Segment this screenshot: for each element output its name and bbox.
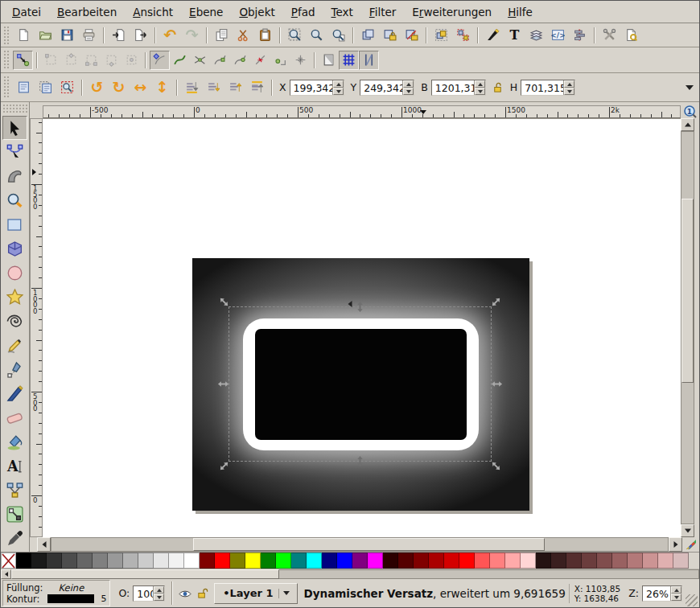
calligraphy-tool-button[interactable] (2, 381, 27, 405)
palette-swatch[interactable] (352, 553, 368, 569)
palette-swatch[interactable] (505, 553, 521, 569)
palette-swatch[interactable] (169, 553, 184, 569)
palette-swatch[interactable] (582, 553, 597, 569)
flip-vertical-button[interactable]: ↕ (151, 77, 173, 97)
snap-bbox-centers-button[interactable] (121, 51, 142, 70)
text-tool-button[interactable]: A (2, 454, 27, 478)
horizontal-scrollbar[interactable] (30, 537, 699, 552)
palette-swatch[interactable] (444, 553, 459, 569)
lock-ratio-button[interactable] (489, 77, 507, 97)
zoom-selection-button[interactable] (284, 25, 306, 45)
dropper-tool-button[interactable] (2, 526, 27, 550)
zoom-drawing-button[interactable] (306, 25, 327, 45)
lower-button[interactable] (203, 77, 224, 97)
group-button[interactable] (430, 25, 452, 45)
rotate-cw-button[interactable]: ↻ (108, 77, 130, 97)
clone-button[interactable] (379, 25, 401, 45)
palette-swatch[interactable] (398, 553, 414, 569)
menu-erweiterungen[interactable]: Erweiterungen (404, 1, 500, 23)
export-button[interactable] (130, 25, 151, 45)
toolbar-grip[interactable] (3, 76, 10, 99)
palette-swatch-none[interactable] (1, 553, 16, 569)
palette-swatch[interactable] (200, 553, 215, 569)
palette-swatch[interactable] (245, 553, 261, 569)
palette-scrollbar[interactable] (1, 569, 699, 579)
document-properties-button[interactable] (620, 25, 642, 45)
snap-master-button[interactable] (13, 51, 33, 70)
import-button[interactable] (108, 25, 130, 45)
horizontal-ruler[interactable]: -5000500100015002k (43, 105, 681, 118)
snap-object-centers-button[interactable] (270, 51, 290, 70)
ellipse-tool-button[interactable] (2, 261, 27, 285)
zoom-tool-button[interactable] (2, 188, 27, 212)
gradient-tool-button[interactable] (2, 502, 27, 526)
menu-bearbeiten[interactable]: Bearbeiten (49, 1, 125, 23)
tweak-tool-button[interactable] (2, 164, 27, 188)
scroll-right-button[interactable] (669, 537, 682, 552)
snap-bbox-edges-button[interactable] (61, 51, 81, 70)
layer-selector[interactable]: •Layer 1 (214, 583, 297, 604)
palette-swatch[interactable] (597, 553, 612, 569)
palette-swatch[interactable] (230, 553, 245, 569)
palette-swatch[interactable] (261, 553, 276, 569)
y-input[interactable]: 249,342 (360, 80, 414, 96)
raise-to-top-button[interactable] (246, 77, 268, 97)
palette-swatch[interactable] (490, 553, 505, 569)
snap-page-border-button[interactable] (319, 51, 339, 70)
scroll-down-button[interactable] (681, 524, 694, 537)
snap-paths-button[interactable] (170, 51, 190, 70)
palette-swatch[interactable] (337, 553, 352, 569)
palette-swatch[interactable] (47, 553, 62, 569)
canvas[interactable] (43, 118, 681, 537)
palette-swatch[interactable] (429, 553, 444, 569)
palette-swatch[interactable] (291, 553, 307, 569)
ungroup-button[interactable] (452, 25, 474, 45)
width-input[interactable]: 1201,31 (431, 80, 486, 96)
x-input[interactable]: 199,342 (290, 80, 344, 96)
text-dialog-button[interactable]: T (504, 25, 525, 45)
undo-button[interactable]: ↶ (159, 25, 181, 45)
vertical-scroll-track[interactable] (681, 131, 694, 524)
palette-swatch[interactable] (551, 553, 566, 569)
height-spinner[interactable] (563, 80, 574, 95)
copy-button[interactable] (211, 25, 233, 45)
box3d-tool-button[interactable] (2, 236, 27, 261)
palette-scroll-track[interactable] (279, 569, 699, 579)
layers-dialog-button[interactable] (525, 25, 547, 45)
palette-swatch[interactable] (307, 553, 322, 569)
palette-swatch[interactable] (459, 553, 475, 569)
palette-swatch[interactable] (31, 553, 47, 569)
toolbar-grip[interactable] (3, 26, 10, 44)
palette-swatch[interactable] (643, 553, 658, 569)
menu-objekt[interactable]: Objekt (231, 1, 282, 23)
horizontal-scroll-thumb[interactable] (193, 538, 545, 551)
palette-swatch[interactable] (475, 553, 490, 569)
paste-button[interactable] (254, 25, 276, 45)
scale-handle-e[interactable] (491, 378, 503, 390)
toolbar-grip[interactable] (3, 50, 10, 70)
rect-tool-button[interactable] (2, 212, 27, 236)
pen-tool-button[interactable] (2, 357, 27, 381)
palette-swatch[interactable] (215, 553, 230, 569)
duplicate-button[interactable] (357, 25, 379, 45)
menu-filter[interactable]: Filter (361, 1, 404, 23)
palette-swatch[interactable] (612, 553, 628, 569)
snap-rotation-centers-button[interactable] (290, 51, 311, 70)
snap-bbox-corners-button[interactable] (81, 51, 101, 70)
opacity-input[interactable]: 100 (133, 585, 165, 602)
palette-swatch[interactable] (62, 553, 77, 569)
snap-cusp-nodes-button[interactable] (210, 51, 230, 70)
select-all-layers-button[interactable] (35, 77, 56, 97)
snap-grid-button[interactable] (339, 51, 359, 70)
lower-to-bottom-button[interactable] (181, 77, 203, 97)
palette-swatch[interactable] (138, 553, 154, 569)
palette-scroll-right-button[interactable] (689, 553, 699, 569)
xml-editor-button[interactable]: </> (547, 25, 569, 45)
zoom-input[interactable]: 26% (642, 585, 682, 602)
layer-lock-button[interactable] (196, 587, 208, 599)
vertical-ruler[interactable]: 150010005000 (30, 118, 43, 537)
width-spinner[interactable] (474, 80, 485, 95)
fill-stroke-dialog-button[interactable] (482, 25, 504, 45)
x-spinner[interactable] (332, 80, 344, 95)
snap-intersections-button[interactable] (190, 51, 210, 70)
